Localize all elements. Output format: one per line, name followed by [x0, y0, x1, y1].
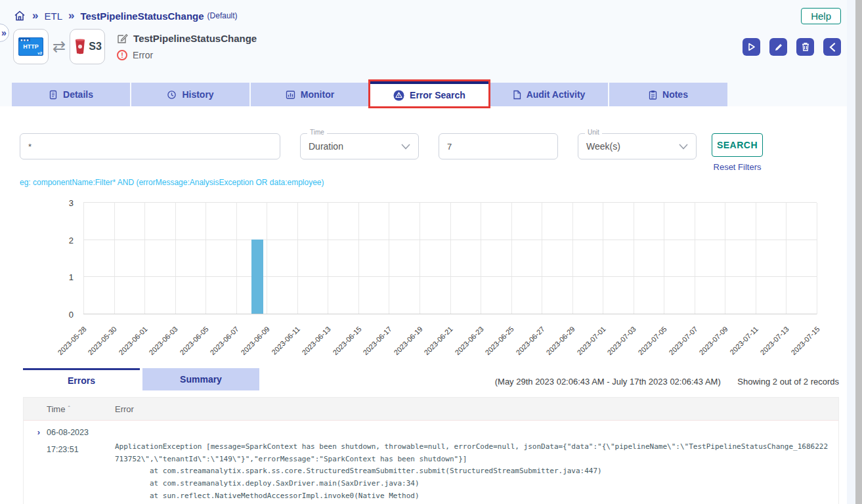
breadcrumb-item-etl[interactable]: ETL: [44, 10, 62, 22]
chart-gridline: [786, 203, 787, 314]
chart-gridline: [83, 203, 84, 314]
home-icon[interactable]: [13, 9, 26, 22]
chart-gridline: [542, 203, 542, 314]
pipeline-status: Error: [133, 50, 153, 60]
results-tab-bar: ErrorsSummary: [23, 368, 259, 390]
back-button[interactable]: [823, 38, 841, 56]
tab-details[interactable]: Details: [12, 83, 130, 106]
breadcrumb: » ETL » TestPipelineStatusChange (Defaul…: [0, 0, 862, 22]
tab-history[interactable]: History: [131, 83, 249, 106]
error-status-icon: !: [117, 50, 127, 60]
search-button[interactable]: SEARCH: [712, 133, 763, 157]
chart-gridline: [481, 203, 481, 314]
errors-table-header: Time ˆ​ Error: [24, 398, 838, 420]
query-input[interactable]: [20, 133, 280, 159]
chart-gridline: [83, 202, 817, 203]
chart-gridline: [267, 203, 267, 314]
tab-label: Error Search: [410, 90, 465, 100]
sort-chevron-icon: ˆ​: [68, 406, 70, 413]
time-select[interactable]: Time Duration: [300, 133, 419, 159]
time-select-value: Duration: [309, 141, 343, 152]
time-select-label: Time: [307, 129, 327, 136]
tab-error-search[interactable]: Error Search: [370, 81, 488, 106]
edit-button[interactable]: [769, 38, 787, 56]
chart-gridline: [83, 314, 817, 314]
app-window: » ETL » TestPipelineStatusChange (Defaul…: [0, 0, 862, 504]
s3-label: S3: [89, 41, 102, 52]
chart-gridline: [725, 203, 725, 314]
chart-gridline: [205, 203, 206, 314]
error-count-bar: [251, 240, 263, 314]
breadcrumb-separator-icon: »: [32, 9, 38, 22]
scrollbar-gutter: [847, 0, 855, 504]
chart-gridline: [511, 203, 512, 314]
results-tab-summary[interactable]: Summary: [142, 368, 259, 390]
duration-input[interactable]: [439, 133, 558, 159]
delete-button[interactable]: [796, 38, 814, 56]
chart-gridline: [358, 203, 359, 314]
chart-gridline: [450, 203, 451, 314]
edit-name-icon[interactable]: [117, 33, 128, 44]
breadcrumb-item-pipeline[interactable]: TestPipelineStatusChange: [80, 10, 204, 22]
chart-gridline: [236, 203, 237, 314]
history-clock-icon: [167, 90, 177, 100]
audit-file-icon: [513, 90, 521, 100]
chart-gridline: [144, 203, 145, 314]
records-count-text: Showing 2 out of 2 records: [737, 377, 839, 387]
chevron-down-icon: [679, 141, 688, 152]
error-time-cell: 06-08-202317:23:51: [47, 427, 115, 456]
y-axis-tick-label: 1: [60, 272, 74, 282]
help-button[interactable]: Help: [801, 8, 841, 24]
bidirectional-arrows-icon: ⇄: [53, 37, 66, 56]
time-column-header[interactable]: Time ˆ​: [47, 404, 115, 414]
chart-gridline: [420, 203, 420, 314]
chevron-down-icon: [401, 141, 410, 152]
y-axis-tick-label: 0: [60, 310, 74, 320]
s3-bucket-icon: [73, 38, 87, 55]
error-table-row: ›06-08-202317:23:51ApplicationException …: [24, 420, 838, 504]
sidebar-expander[interactable]: »: [0, 24, 9, 42]
chevron-right-icon: »: [1, 28, 7, 38]
chart-gridline: [389, 203, 389, 314]
error-warning-icon: [393, 90, 404, 101]
pencil-icon: [774, 43, 783, 52]
vertical-scrollbar[interactable]: [855, 0, 862, 504]
pipeline-name: TestPipelineStatusChange: [133, 33, 257, 44]
error-column-header: Error: [115, 404, 134, 414]
breadcrumb-suffix: (Default): [207, 11, 238, 20]
source-node-http[interactable]: ●●● HTTP v2: [13, 29, 49, 64]
target-node-s3[interactable]: S3: [70, 29, 105, 64]
tab-label: Audit Activity: [527, 89, 586, 100]
monitor-chart-icon: [286, 90, 295, 100]
results-tab-errors[interactable]: Errors: [23, 368, 140, 390]
results-range-info: (May 29th 2023 02:06:43 AM - July 17th 2…: [495, 377, 839, 390]
http-icon: ●●● HTTP v2: [18, 37, 43, 56]
unit-select-value: Week(s): [586, 141, 620, 152]
chart-gridline: [817, 203, 817, 314]
chart-gridline: [572, 203, 573, 314]
reset-filters-link[interactable]: Reset Filters: [714, 162, 762, 172]
error-search-filters: Time Duration Unit Week(s) SEARCH Reset …: [0, 106, 862, 172]
pipeline-actions: [743, 38, 841, 56]
chart-gridline: [756, 203, 756, 314]
tab-label: Monitor: [301, 89, 334, 100]
date-range-text: (May 29th 2023 02:06:43 AM - July 17th 2…: [495, 377, 721, 387]
pipeline-summary: ●●● HTTP v2 ⇄ S3 Tes: [13, 29, 862, 64]
tab-label: Notes: [662, 89, 688, 100]
unit-select[interactable]: Unit Week(s): [578, 133, 697, 159]
chart-gridline: [664, 203, 664, 314]
tab-audit-activity[interactable]: Audit Activity: [490, 83, 608, 106]
tab-monitor[interactable]: Monitor: [251, 83, 369, 106]
page-header: » ETL » TestPipelineStatusChange (Defaul…: [0, 0, 862, 80]
errors-table: Time ˆ​ Error ›06-08-202317:23:51Applica…: [23, 397, 839, 504]
query-example-hint: eg: componentName:Filter* AND (errorMess…: [20, 178, 862, 187]
row-expand-chevron[interactable]: ›: [32, 427, 45, 437]
chart-gridline: [634, 203, 634, 314]
tab-notes[interactable]: Notes: [609, 83, 727, 106]
error-search-panel: Time Duration Unit Week(s) SEARCH Reset …: [0, 106, 862, 504]
main-tab-bar: DetailsHistoryMonitorError SearchAudit A…: [0, 80, 862, 106]
chart-gridline: [83, 276, 817, 277]
run-button[interactable]: [743, 38, 760, 56]
document-icon: [49, 90, 58, 100]
trash-icon: [801, 42, 810, 52]
